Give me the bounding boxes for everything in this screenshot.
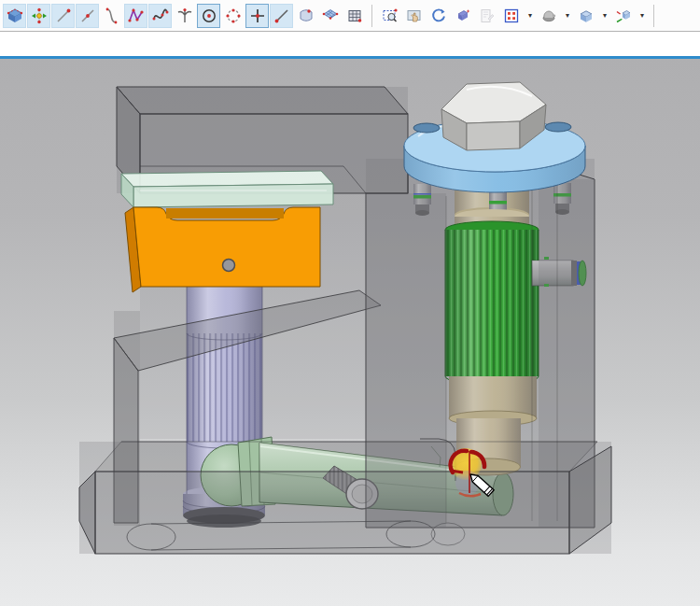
toolbar-button-render-style[interactable] bbox=[537, 4, 560, 28]
toolbar-button-sketch-box[interactable] bbox=[3, 4, 26, 28]
dropdown-caret-pattern[interactable]: ▾ bbox=[524, 4, 537, 28]
toolbar-button-datum-table[interactable] bbox=[343, 4, 366, 28]
zoom-window-icon bbox=[381, 7, 399, 25]
toolbar-button-dynamic-view[interactable] bbox=[451, 4, 474, 28]
dropdown-caret-viewcube[interactable]: ▾ bbox=[598, 4, 611, 28]
point-move-icon bbox=[30, 7, 49, 25]
toolbar-button-polyline[interactable] bbox=[124, 4, 147, 28]
toolbar-button-rotate[interactable] bbox=[427, 4, 450, 28]
line-sketch-icon bbox=[273, 7, 291, 25]
toolbar-button-zoom-window[interactable] bbox=[378, 4, 401, 28]
annotation-doc-icon bbox=[478, 7, 497, 25]
shaded-render-icon bbox=[539, 7, 558, 25]
glass-plate[interactable] bbox=[121, 171, 333, 207]
toolbar-button-axis[interactable] bbox=[173, 4, 196, 28]
surface-patch-icon bbox=[297, 7, 315, 25]
toolbar-button-line-midpoint[interactable] bbox=[76, 4, 99, 28]
iso-view-icon bbox=[614, 7, 633, 25]
block-center-hole bbox=[223, 260, 235, 272]
toolbar-button-pan[interactable] bbox=[402, 4, 426, 28]
pattern-grid-icon bbox=[502, 7, 521, 25]
line-endpoint-icon bbox=[54, 7, 73, 25]
polyline-icon bbox=[127, 7, 146, 25]
toolbar-button-circle-points[interactable] bbox=[221, 4, 245, 28]
toolbar-button-iso-view[interactable] bbox=[611, 4, 635, 28]
dynamic-section-icon bbox=[454, 7, 472, 25]
datum-table-icon bbox=[345, 7, 364, 25]
axis-branch-icon bbox=[175, 7, 194, 25]
viewport-canvas[interactable] bbox=[0, 59, 700, 606]
toolbar-button-view-cube[interactable] bbox=[574, 4, 597, 28]
toolbar-button-mesh-surface[interactable] bbox=[318, 4, 342, 28]
toolbar-button-spline[interactable] bbox=[148, 4, 172, 28]
mesh-surface-icon bbox=[321, 7, 340, 25]
toolbar-button-annotate[interactable] bbox=[475, 4, 498, 28]
rotate-orbit-icon bbox=[429, 7, 448, 25]
point-plus-icon bbox=[248, 7, 267, 25]
orange-block[interactable] bbox=[125, 207, 320, 292]
pan-hand-icon bbox=[405, 7, 424, 25]
toolbar-button-circle-center[interactable] bbox=[197, 4, 220, 28]
dropdown-caret-render[interactable]: ▾ bbox=[561, 4, 574, 28]
viewport-3d bbox=[0, 59, 700, 606]
hex-bolt[interactable] bbox=[441, 82, 546, 150]
toolbar-button-point-plus[interactable] bbox=[245, 4, 269, 28]
line-midpoint-icon bbox=[78, 7, 97, 25]
circle-center-icon bbox=[200, 7, 218, 25]
toolbar-button-pattern-display[interactable] bbox=[499, 4, 523, 28]
toolbar-button-line-endpoint[interactable] bbox=[51, 4, 75, 28]
toolbar-button-surface-patch[interactable] bbox=[294, 4, 317, 28]
dropdown-caret-iso[interactable]: ▾ bbox=[636, 4, 649, 28]
view-cube-icon bbox=[577, 7, 595, 25]
toolbar-button-point-move[interactable] bbox=[27, 4, 50, 28]
toolbar-button-line-sketch[interactable] bbox=[270, 4, 293, 28]
sketch-box-icon bbox=[6, 7, 24, 25]
toolbar-separator bbox=[653, 5, 654, 27]
sketch-toolbar: ▾ ▾ ▾ ▾ bbox=[0, 0, 700, 32]
cad-application-window: ▾ ▾ ▾ ▾ bbox=[0, 0, 700, 606]
toolbar-gap-strip bbox=[0, 32, 700, 56]
spline-icon bbox=[151, 7, 170, 25]
circle-points-icon bbox=[224, 7, 243, 25]
toolbar-separator bbox=[371, 5, 372, 27]
fillet-curve-icon bbox=[103, 7, 121, 25]
toolbar-button-fillet-curve[interactable] bbox=[100, 4, 123, 28]
